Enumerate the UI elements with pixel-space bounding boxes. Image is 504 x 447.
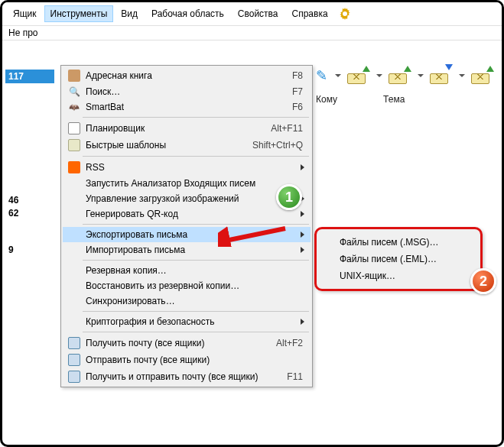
mail-in-icon (68, 337, 80, 349)
gear-icon[interactable] (339, 8, 351, 20)
dropdown-icon[interactable] (335, 74, 341, 77)
menu-search[interactable]: 🔍 Поиск… F7 (63, 84, 311, 99)
dropdown-icon[interactable] (376, 74, 382, 77)
count-selected: 117 (5, 70, 54, 83)
chevron-right-icon (301, 247, 304, 253)
svg-line-0 (226, 228, 285, 241)
menu-sync[interactable]: Синхронизировать… (63, 293, 311, 309)
template-icon (68, 139, 80, 151)
menu-analyzer[interactable]: Запустить Анализатор Входящих писем (63, 176, 311, 191)
mail-send-icon[interactable] (430, 67, 451, 84)
subbar: Не про (2, 26, 502, 40)
menu-workspace[interactable]: Рабочая область (145, 5, 230, 22)
separator (83, 260, 309, 261)
mail-action-icon[interactable] (471, 67, 493, 84)
menu-view[interactable]: Вид (115, 5, 144, 22)
menu-properties[interactable]: Свойства (232, 5, 285, 22)
count-3: 9 (8, 245, 54, 255)
annotation-badge-1: 1 (276, 184, 302, 210)
separator (83, 117, 309, 118)
menu-qr[interactable]: Генерировать QR-код (63, 206, 311, 222)
menu-smartbat[interactable]: 🦇 SmartBat F6 (63, 99, 311, 115)
export-unix[interactable]: UNIX-ящик… (320, 267, 477, 284)
menu-rss[interactable]: RSS (63, 159, 311, 176)
book-icon (68, 70, 80, 82)
chevron-right-icon (301, 232, 304, 238)
chevron-right-icon (301, 211, 304, 217)
menu-crypto[interactable]: Криптография и безопасность (63, 314, 311, 329)
menu-image-load[interactable]: Управление загрузкой изображений (63, 191, 311, 206)
dropdown-icon[interactable] (459, 74, 465, 77)
mail-receive-icon[interactable] (389, 67, 410, 84)
mail-sync-icon (68, 371, 80, 383)
menu-tools[interactable]: Инструменты (44, 5, 114, 22)
export-eml[interactable]: Файлы писем (.EML)… (320, 251, 477, 267)
menu-scheduler[interactable]: Планировщик Alt+F11 (63, 120, 311, 137)
search-icon: 🔍 (69, 86, 80, 97)
menu-restore[interactable]: Восстановить из резервной копии… (63, 278, 311, 293)
menu-sendreceive-all[interactable]: Получить и отправить почту (все ящики) F… (63, 368, 311, 385)
export-submenu: Файлы писем (.MSG)… Файлы писем (.EML)… … (314, 227, 483, 291)
calendar-icon (68, 122, 80, 134)
menu-send-all[interactable]: Отправить почту (все ящики) (63, 351, 311, 368)
menu-help[interactable]: Справка (286, 5, 334, 22)
rss-icon (68, 161, 80, 173)
annotation-badge-2: 2 (470, 268, 496, 294)
dropdown-icon[interactable] (418, 74, 424, 77)
menu-box[interactable]: Ящик (7, 5, 43, 22)
table-header: Кому Тема (316, 94, 405, 105)
export-msg[interactable]: Файлы писем (.MSG)… (320, 234, 477, 251)
separator (83, 156, 309, 157)
annotation-arrow (218, 224, 287, 247)
menu-receive-all[interactable]: Получить почту (все ящики) Alt+F2 (63, 335, 311, 351)
menu-backup[interactable]: Резервная копия… (63, 263, 311, 278)
bat-icon: 🦇 (69, 102, 80, 112)
col-to[interactable]: Кому (316, 94, 337, 105)
menubar: Ящик Инструменты Вид Рабочая область Сво… (2, 2, 502, 26)
compose-icon[interactable]: ✎ (316, 67, 327, 84)
count-1: 46 (8, 195, 54, 206)
menu-templates[interactable]: Быстрые шаблоны Shift+Ctrl+Q (63, 137, 311, 154)
folder-counts: 117 46 62 9 (8, 70, 54, 258)
col-subject[interactable]: Тема (383, 94, 405, 105)
chevron-right-icon (301, 319, 304, 325)
count-2: 62 (8, 208, 54, 219)
separator (83, 311, 309, 312)
menu-address-book[interactable]: Адресная книга F8 (63, 67, 311, 84)
mail-out-icon (68, 354, 80, 366)
subbar-label: Не про (8, 28, 38, 38)
toolbar: ✎ (316, 67, 493, 84)
separator (83, 332, 309, 332)
mail-receive-icon[interactable] (347, 67, 369, 84)
chevron-right-icon (301, 164, 304, 170)
